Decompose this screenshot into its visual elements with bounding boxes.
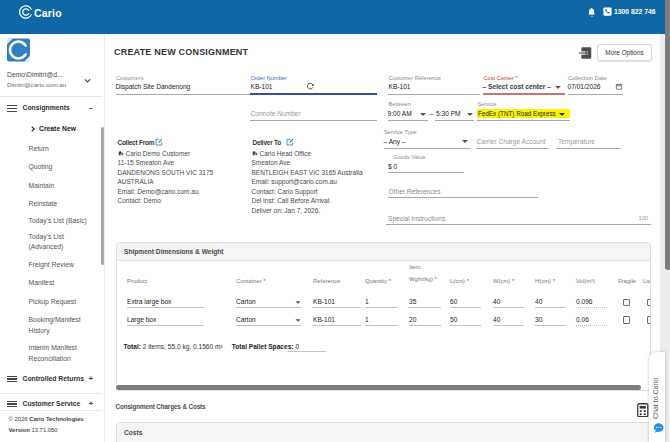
col-reference: Reference	[313, 278, 340, 284]
pallet-spaces-input[interactable]: 0	[296, 343, 300, 350]
between-from-select[interactable]: 9:00 AM	[388, 110, 412, 117]
sidebar-item-todays-list-basic[interactable]: Today's List (Basic)	[29, 216, 97, 227]
more-options-button[interactable]: More Options	[597, 44, 652, 61]
customer-service-expand-indicator[interactable]: +	[89, 399, 94, 408]
sidebar-item-create-new[interactable]: Create New	[39, 125, 76, 132]
customer-reference-label: Customer Reference	[389, 75, 441, 81]
row2-container-select[interactable]: Carton	[236, 316, 256, 323]
row1-length-input[interactable]: 60	[450, 298, 457, 305]
copyright-text: © 2026 Cario Technologies	[9, 416, 84, 422]
consignments-collapse-indicator[interactable]: –	[89, 103, 93, 112]
temperature-input[interactable]: Temperature	[558, 138, 595, 145]
sidebar-item-maintain[interactable]: Maintain	[29, 181, 97, 192]
address-line: Email: support@cario.com.au	[252, 177, 363, 187]
between-to-underline	[435, 120, 474, 121]
col-item-wght: Item Wght(kg) *	[409, 261, 445, 286]
address-text: Cario Head Office	[260, 150, 312, 157]
edit-collect-from-icon[interactable]	[155, 138, 163, 146]
address-text: Cario Demo Customer	[126, 150, 191, 157]
row1-product-input[interactable]: Extra large box	[127, 298, 171, 305]
order-number-underline-focused	[250, 93, 377, 95]
carrier-charge-account-input[interactable]: Carrier Charge Account	[477, 138, 546, 145]
between-from-underline	[388, 120, 428, 121]
cell-underline	[313, 325, 361, 326]
cell-underline-dotted	[576, 307, 607, 308]
collect-from-title: Collect From	[118, 139, 155, 146]
row2-weight-input[interactable]: 20	[409, 316, 416, 323]
row2-quantity-input[interactable]: 1	[365, 316, 369, 323]
building-icon	[118, 150, 124, 156]
calculator-icon[interactable]	[637, 403, 649, 418]
other-references-underline	[388, 197, 538, 198]
cost-center-select[interactable]: – Select cost center –	[483, 83, 551, 90]
row1-reference-input[interactable]: KB-101	[313, 298, 335, 305]
sidebar-item-manifest[interactable]: Manifest	[29, 278, 97, 289]
row2-width-input[interactable]: 40	[493, 316, 500, 323]
customer-reference-input[interactable]: KB-101	[389, 83, 411, 90]
user-menu-chevron-down-icon[interactable]	[83, 76, 92, 85]
service-type-select[interactable]: – Any –	[384, 138, 406, 145]
chat-bubble-icon[interactable]	[653, 422, 665, 434]
sidebar-item-return[interactable]: Return	[29, 144, 97, 155]
row2-fragile-checkbox[interactable]	[623, 316, 631, 324]
row2-product-input[interactable]: Large box	[127, 316, 156, 323]
page-scrollbar-thumb[interactable]	[665, 0, 670, 270]
other-references-input[interactable]: Other References	[389, 188, 441, 195]
edit-deliver-to-icon[interactable]	[286, 138, 294, 146]
goods-value-input[interactable]: $ 0	[388, 163, 397, 170]
connote-number-input[interactable]: Connote Number	[251, 110, 301, 117]
sidebar-item-pickup-request[interactable]: Pickup Request	[29, 297, 97, 308]
row1-quantity-input[interactable]: 1	[365, 298, 369, 305]
import-consignment-icon[interactable]	[579, 46, 593, 60]
undo-customers-icon[interactable]	[306, 82, 315, 91]
sidebar-item-quoting[interactable]: Quoting	[29, 162, 97, 173]
shipment-horizontal-scrollbar-thumb[interactable]	[116, 385, 641, 390]
shipment-panel-title: Shipment Dimensions & Weight	[124, 248, 224, 255]
row1-weight-input[interactable]: 35	[409, 298, 416, 305]
collection-date-input[interactable]: 07/01/2026	[568, 83, 601, 90]
between-to-select[interactable]: 5:30 PM	[436, 110, 461, 117]
special-instructions-input[interactable]: Special Instructions	[388, 215, 445, 222]
sidebar-item-interim-manifest-reconciliation[interactable]: Interim Manifest Reconciliation	[29, 343, 97, 364]
controlled-returns-menu-icon	[7, 376, 17, 383]
user-name[interactable]: Demo\Dimitri@d...	[7, 71, 85, 78]
menu-bar	[7, 376, 17, 377]
row2-length-input[interactable]: 50	[450, 316, 457, 323]
address-line: Contact: Cario Support	[252, 187, 363, 197]
address-line: AUSTRALIA	[118, 177, 214, 187]
sidebar-section-controlled-returns[interactable]: Controlled Returns	[23, 375, 85, 382]
support-phone-number[interactable]: 1300 822 746	[614, 8, 656, 15]
calendar-icon[interactable]	[615, 82, 623, 91]
row1-width-input[interactable]: 40	[493, 298, 500, 305]
menu-bar	[7, 403, 17, 404]
row2-reference-input[interactable]: KB-101	[313, 316, 335, 323]
copyright-prefix: © 2026	[9, 416, 30, 422]
sidebar-item-todays-list-advanced[interactable]: Today's List (Advanced)	[29, 232, 97, 253]
charges-section-heading: Consignment Charges & Costs	[116, 403, 206, 410]
controlled-returns-expand-indicator[interactable]: +	[89, 374, 94, 383]
row1-container-select[interactable]: Carton	[236, 298, 256, 305]
customers-select[interactable]: Dispatch Site Dandenong	[116, 83, 191, 90]
between-to-caret-icon	[467, 113, 473, 116]
service-select[interactable]: FedEx (TNT) Road Express	[478, 110, 556, 117]
row2-height-input[interactable]: 30	[535, 316, 542, 323]
sidebar-item-reinstate[interactable]: Reinstate	[29, 199, 97, 210]
sidebar-section-customer-service[interactable]: Customer Service	[23, 400, 81, 407]
cell-underline	[236, 307, 301, 308]
row1-liquid-checkbox[interactable]	[647, 299, 652, 307]
total-label: Total:	[124, 343, 141, 350]
sidebar-item-booking-manifest-history[interactable]: Booking/Manifest History	[29, 315, 97, 336]
service-underline	[477, 120, 571, 121]
row1-height-input[interactable]: 40	[535, 298, 542, 305]
chat-tab-label[interactable]: Chat to Cario	[652, 357, 664, 419]
col-container: Container *	[236, 278, 265, 284]
sidebar-item-freight-review[interactable]: Freight Review	[29, 260, 97, 271]
order-number-input[interactable]: KB-101	[251, 83, 273, 90]
row1-fragile-checkbox[interactable]	[623, 299, 631, 307]
sidebar-section-consignments[interactable]: Consignments	[23, 104, 70, 111]
row2-liquid-checkbox[interactable]	[647, 316, 652, 324]
menu-bar	[7, 381, 17, 382]
notifications-bell-icon[interactable]	[587, 7, 597, 18]
order-number-label: Order Number	[251, 75, 287, 81]
version-text: Version 13.71.050	[9, 427, 58, 433]
